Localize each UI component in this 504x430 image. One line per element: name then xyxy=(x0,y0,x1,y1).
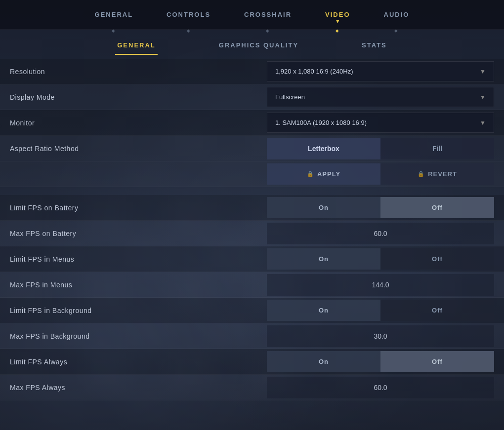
spacer-row xyxy=(0,187,504,195)
max-fps-menus-row: Max FPS in Menus 144.0 xyxy=(0,272,504,298)
monitor-row: Monitor 1. SAM100A (1920 x 1080 16:9) ▼ xyxy=(0,110,504,136)
limit-fps-background-row: Limit FPS in Background On Off xyxy=(0,298,504,323)
max-fps-battery-row: Max FPS on Battery 60.0 xyxy=(0,221,504,246)
limit-fps-always-toggle: On Off xyxy=(267,351,494,372)
resolution-dropdown-arrow: ▼ xyxy=(480,68,486,75)
limit-fps-background-control: On Off xyxy=(267,300,494,321)
max-fps-always-value: 60.0 xyxy=(267,377,494,398)
max-fps-battery-label: Max FPS on Battery xyxy=(10,230,267,237)
max-fps-menus-value: 144.0 xyxy=(267,274,494,296)
limit-fps-battery-row: Limit FPS on Battery On Off xyxy=(0,195,504,221)
display-mode-row: Display Mode Fullscreen ▼ xyxy=(0,84,504,110)
nav-crosshair[interactable]: CROSSHAIR xyxy=(242,7,294,22)
display-mode-label: Display Mode xyxy=(10,93,267,101)
limit-fps-background-label: Limit FPS in Background xyxy=(10,307,267,314)
revert-button[interactable]: 🔒 REVERT xyxy=(380,163,494,185)
top-navigation: GENERAL CONTROLS CROSSHAIR VIDEO AUDIO xyxy=(0,0,504,30)
settings-table: Resolution 1,920 x 1,080 16:9 (240Hz) ▼ … xyxy=(0,59,504,400)
monitor-label: Monitor xyxy=(10,119,267,127)
max-fps-menus-label: Max FPS in Menus xyxy=(10,281,267,289)
limit-fps-menus-row: Limit FPS in Menus On Off xyxy=(0,246,504,272)
settings-panel: Resolution 1,920 x 1,080 16:9 (240Hz) ▼ … xyxy=(0,55,504,404)
resolution-dropdown[interactable]: 1,920 x 1,080 16:9 (240Hz) ▼ xyxy=(267,61,494,81)
nav-audio[interactable]: AUDIO xyxy=(382,7,412,22)
nav-controls[interactable]: CONTROLS xyxy=(165,7,212,22)
max-fps-battery-value: 60.0 xyxy=(267,223,494,244)
limit-fps-always-row: Limit FPS Always On Off xyxy=(0,349,504,375)
limit-fps-background-off[interactable]: Off xyxy=(380,300,494,321)
monitor-dropdown-arrow: ▼ xyxy=(480,119,486,126)
max-fps-always-row: Max FPS Always 60.0 xyxy=(0,375,504,400)
limit-fps-menus-label: Limit FPS in Menus xyxy=(10,255,267,263)
aspect-letterbox-button[interactable]: Letterbox xyxy=(267,138,380,159)
subnav-graphics-quality[interactable]: GRAPHICS QUALITY xyxy=(217,38,300,55)
limit-fps-always-control: On Off xyxy=(267,351,494,372)
aspect-ratio-label: Aspect Ratio Method xyxy=(10,145,267,153)
apply-button[interactable]: 🔒 APPLY xyxy=(267,163,380,185)
sub-navigation: GENERAL GRAPHICS QUALITY STATS xyxy=(0,30,504,55)
subnav-general[interactable]: GENERAL xyxy=(115,38,158,55)
aspect-btn-group: Letterbox Fill xyxy=(267,138,494,159)
max-fps-always-label: Max FPS Always xyxy=(10,384,267,391)
action-buttons: 🔒 APPLY 🔒 REVERT xyxy=(267,163,494,185)
resolution-control: 1,920 x 1,080 16:9 (240Hz) ▼ xyxy=(267,61,494,81)
limit-fps-menus-control: On Off xyxy=(267,248,494,270)
max-fps-background-value: 30.0 xyxy=(267,325,494,347)
nav-video[interactable]: VIDEO xyxy=(323,7,352,22)
max-fps-background-label: Max FPS in Background xyxy=(10,332,267,340)
monitor-dropdown[interactable]: 1. SAM100A (1920 x 1080 16:9) ▼ xyxy=(267,113,494,133)
subnav-stats[interactable]: STATS xyxy=(360,38,389,55)
max-fps-background-row: Max FPS in Background 30.0 xyxy=(0,323,504,349)
display-mode-dropdown-arrow: ▼ xyxy=(480,94,486,101)
max-fps-battery-control: 60.0 xyxy=(267,223,494,244)
display-mode-dropdown[interactable]: Fullscreen ▼ xyxy=(267,87,494,107)
limit-fps-always-on[interactable]: On xyxy=(267,351,380,372)
limit-fps-menus-toggle: On Off xyxy=(267,248,494,270)
resolution-label: Resolution xyxy=(10,68,267,76)
limit-fps-menus-off[interactable]: Off xyxy=(380,248,494,270)
limit-fps-battery-toggle: On Off xyxy=(267,197,494,218)
limit-fps-battery-off[interactable]: Off xyxy=(380,197,494,218)
limit-fps-always-label: Limit FPS Always xyxy=(10,358,267,366)
limit-fps-background-toggle: On Off xyxy=(267,300,494,321)
aspect-ratio-row: Aspect Ratio Method Letterbox Fill xyxy=(0,136,504,161)
nav-general[interactable]: GENERAL xyxy=(93,7,135,22)
display-mode-control: Fullscreen ▼ xyxy=(267,87,494,107)
aspect-fill-button[interactable]: Fill xyxy=(380,138,494,159)
limit-fps-battery-on[interactable]: On xyxy=(267,197,380,218)
limit-fps-battery-control: On Off xyxy=(267,197,494,218)
max-fps-always-control: 60.0 xyxy=(267,377,494,398)
max-fps-menus-control: 144.0 xyxy=(267,274,494,296)
resolution-row: Resolution 1,920 x 1,080 16:9 (240Hz) ▼ xyxy=(0,59,504,84)
monitor-control: 1. SAM100A (1920 x 1080 16:9) ▼ xyxy=(267,113,494,133)
limit-fps-battery-label: Limit FPS on Battery xyxy=(10,204,267,212)
aspect-ratio-control: Letterbox Fill xyxy=(267,138,494,159)
action-row: 🔒 APPLY 🔒 REVERT xyxy=(0,161,504,187)
max-fps-background-control: 30.0 xyxy=(267,325,494,347)
limit-fps-menus-on[interactable]: On xyxy=(267,248,380,270)
revert-lock-icon: 🔒 xyxy=(418,171,425,177)
apply-lock-icon: 🔒 xyxy=(307,171,314,177)
limit-fps-always-off[interactable]: Off xyxy=(380,351,494,372)
limit-fps-background-on[interactable]: On xyxy=(267,300,380,321)
